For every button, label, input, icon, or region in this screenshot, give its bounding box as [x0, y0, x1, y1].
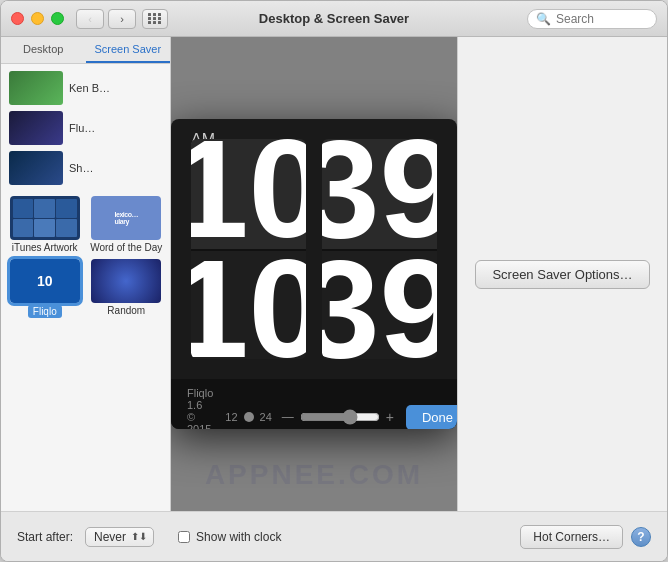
grid-item-label: Fliqlo [28, 305, 62, 318]
popup-overlay: AM 10 10 39 [171, 37, 457, 511]
back-button[interactable]: ‹ [76, 9, 104, 29]
show-with-clock-checkbox[interactable] [178, 531, 190, 543]
grid-item-label: iTunes Artwork [12, 242, 78, 253]
tab-desktop[interactable]: Desktop [1, 37, 86, 63]
tab-screensaver[interactable]: Screen Saver [86, 37, 171, 63]
item-thumb [9, 111, 63, 145]
minute-top: 39 [322, 139, 437, 249]
fliqlo-copyright: Fliqlo 1.6 © 2015 9031 [187, 387, 213, 429]
slider-minus-icon: — [282, 410, 294, 424]
hour-card-bottom: 10 [191, 249, 306, 359]
select-arrow-icon: ⬆⬇ [131, 531, 147, 542]
slider-plus-icon[interactable]: + [386, 409, 394, 425]
slider-group: 12 24 — + [225, 409, 394, 425]
search-box[interactable]: 🔍 [527, 9, 657, 29]
right-panel: Screen Saver Options… [457, 37, 667, 511]
minimize-button[interactable] [31, 12, 44, 25]
list-item[interactable]: Flu… [1, 108, 170, 148]
back-icon: ‹ [88, 13, 92, 25]
search-input[interactable] [556, 12, 646, 26]
minute-card-bottom: 39 [322, 249, 437, 359]
list-item[interactable]: Ken B… [1, 68, 170, 108]
grid-item-random[interactable]: Random [89, 259, 165, 318]
hot-corners-button[interactable]: Hot Corners… [520, 525, 623, 549]
fliqlo-controls: Fliqlo 1.6 © 2015 9031 12 24 — + Done [171, 379, 457, 429]
grid-item-label: Word of the Day [90, 242, 162, 253]
sidebar: Desktop Screen Saver Ken B… Flu… Sh… [1, 37, 171, 511]
grid-item-word[interactable]: lexico…ulary Word of the Day [89, 196, 165, 253]
nav-buttons: ‹ › [76, 9, 136, 29]
slider-max-label: 24 [260, 411, 272, 423]
content-area: Desktop Screen Saver Ken B… Flu… Sh… [1, 37, 667, 511]
start-after-select[interactable]: Never [94, 530, 127, 544]
grid-item-itunes[interactable]: iTunes Artwork [7, 196, 83, 253]
traffic-lights [11, 12, 64, 25]
itunes-thumb [10, 196, 80, 240]
forward-button[interactable]: › [108, 9, 136, 29]
done-button[interactable]: Done [406, 405, 457, 430]
ss-grid: iTunes Artwork lexico…ulary Word of the … [7, 196, 164, 318]
slider-min-label: 12 [225, 411, 237, 423]
item-thumb [9, 71, 63, 105]
screensaver-list: Ken B… Flu… Sh… [1, 64, 170, 192]
slider-dot [244, 412, 254, 422]
start-after-select-wrapper[interactable]: Never ⬆⬇ [85, 527, 154, 547]
hour-bottom: 10 [191, 249, 306, 359]
random-thumb [91, 259, 161, 303]
close-button[interactable] [11, 12, 24, 25]
fliqlo-popup: AM 10 10 39 [171, 119, 457, 429]
grid-item-fliqlo[interactable]: 10 Fliqlo [7, 259, 83, 318]
hour-top: 10 [191, 139, 306, 249]
item-thumb [9, 151, 63, 185]
fliqlo-clock-display: AM 10 10 39 [171, 119, 457, 379]
show-with-clock-wrapper: Show with clock [178, 530, 281, 544]
bottom-right-controls: Hot Corners… ? [520, 525, 651, 549]
grid-item-label: Random [107, 305, 145, 316]
maximize-button[interactable] [51, 12, 64, 25]
item-label: Sh… [69, 162, 93, 174]
sidebar-tabs: Desktop Screen Saver [1, 37, 170, 64]
minute-card-top: 39 [322, 139, 437, 249]
fliqlo-thumb: 10 [10, 259, 80, 303]
minute-card: 39 39 [322, 139, 437, 359]
start-after-label: Start after: [17, 530, 73, 544]
minute-bottom: 39 [322, 249, 437, 359]
forward-icon: › [120, 13, 124, 25]
size-slider[interactable] [300, 409, 380, 425]
bottom-bar: Start after: Never ⬆⬇ Show with clock Ho… [1, 511, 667, 561]
hour-card-top: 10 [191, 139, 306, 249]
hour-card: 10 10 [191, 139, 306, 359]
screen-saver-options-button[interactable]: Screen Saver Options… [475, 260, 649, 289]
window-title: Desktop & Screen Saver [259, 11, 409, 26]
show-with-clock-label: Show with clock [196, 530, 281, 544]
help-button[interactable]: ? [631, 527, 651, 547]
titlebar: ‹ › Desktop & Screen Saver 🔍 [1, 1, 667, 37]
grid-button[interactable] [142, 9, 168, 29]
word-thumb: lexico…ulary [91, 196, 161, 240]
item-label: Ken B… [69, 82, 110, 94]
item-label: Flu… [69, 122, 95, 134]
search-icon: 🔍 [536, 12, 551, 26]
grid-icon [148, 13, 162, 24]
main-window: ‹ › Desktop & Screen Saver 🔍 Desktop Scr… [0, 0, 668, 562]
preview-area: APPNEE.COM AM 10 10 [171, 37, 457, 511]
screensaver-grid: iTunes Artwork lexico…ulary Word of the … [1, 192, 170, 322]
list-item[interactable]: Sh… [1, 148, 170, 188]
